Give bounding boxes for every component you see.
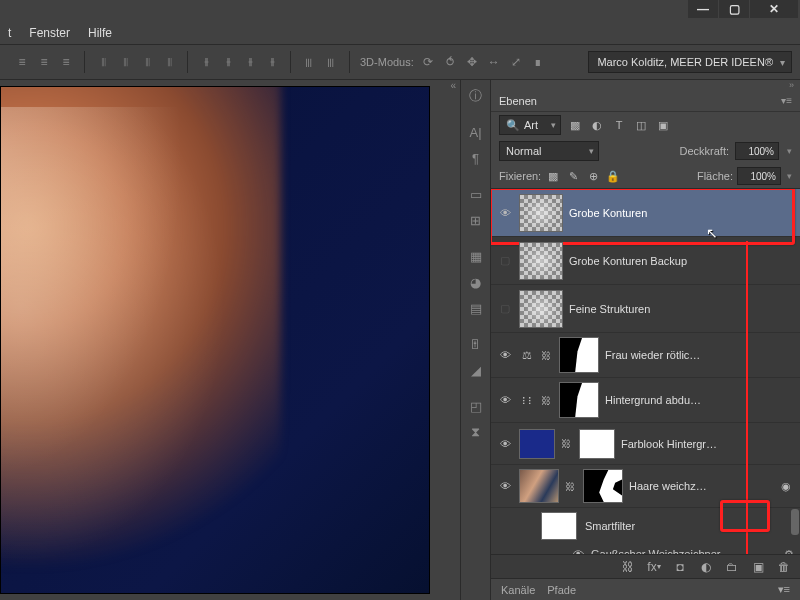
lock-paint-icon[interactable]: ✎ <box>565 168 581 184</box>
layer-row[interactable]: ▢ Feine Strukturen <box>491 285 800 333</box>
layer-thumbnail[interactable] <box>519 429 555 459</box>
layer-row[interactable]: 👁 ⛓ Farblook Hintergr… <box>491 423 800 465</box>
link-mask-icon[interactable]: ⛓ <box>565 481 577 492</box>
space-icon[interactable]: ⫼ <box>323 54 339 70</box>
distribute-icon[interactable]: ⫵ <box>242 54 258 70</box>
menu-hilfe[interactable]: Hilfe <box>88 26 112 40</box>
filter-pixel-icon[interactable]: ▩ <box>567 117 583 133</box>
3d-rotate-icon[interactable]: ⟳ <box>420 54 436 70</box>
panel-collapse-icon[interactable]: » <box>491 80 800 90</box>
color-panel-icon[interactable]: ◕ <box>464 270 488 294</box>
distribute-icon[interactable]: ⫵ <box>220 54 236 70</box>
panel-menu-icon[interactable]: ▾≡ <box>778 583 790 596</box>
distribute-icon[interactable]: ⫴ <box>95 54 111 70</box>
visibility-toggle-icon[interactable]: 👁 <box>497 392 513 408</box>
visibility-toggle-icon[interactable]: 👁 <box>497 478 513 494</box>
navigator-panel-icon[interactable]: ◰ <box>464 394 488 418</box>
link-mask-icon[interactable]: ⛓ <box>541 350 553 361</box>
layer-name[interactable]: Grobe Konturen Backup <box>569 255 687 267</box>
chevron-down-icon[interactable]: ▾ <box>785 171 792 181</box>
layer-mask-thumbnail[interactable] <box>583 469 623 503</box>
new-layer-icon[interactable]: ▣ <box>750 559 766 575</box>
layer-name[interactable]: Grobe Konturen <box>569 207 647 219</box>
layer-mask-thumbnail[interactable] <box>559 382 599 418</box>
visibility-toggle-icon[interactable]: 👁 <box>497 347 513 363</box>
visibility-toggle-icon[interactable]: 👁 <box>571 546 585 554</box>
fill-value[interactable]: 100% <box>737 167 781 185</box>
tab-kanale[interactable]: Kanäle <box>501 584 535 596</box>
new-adjustment-icon[interactable]: ◐ <box>698 559 714 575</box>
filter-entry-row[interactable]: 👁 Gaußscher Weichzeichner ⚙ <box>491 544 800 554</box>
layer-thumbnail[interactable] <box>519 290 563 328</box>
layer-row[interactable]: 👁 Grobe Konturen <box>491 189 800 237</box>
tab-pfade[interactable]: Pfade <box>547 584 576 596</box>
layer-mask-thumbnail[interactable] <box>559 337 599 373</box>
delete-layer-icon[interactable]: 🗑 <box>776 559 792 575</box>
align-icon[interactable]: ≡ <box>58 54 74 70</box>
blend-mode-dropdown[interactable]: Normal <box>499 141 599 161</box>
filter-smart-icon[interactable]: ▣ <box>655 117 671 133</box>
3d-camera-icon[interactable]: ∎ <box>530 54 546 70</box>
smartfilter-row[interactable]: Smartfilter <box>491 508 800 544</box>
styles-panel-icon[interactable]: ▤ <box>464 296 488 320</box>
lock-transparent-icon[interactable]: ▩ <box>545 168 561 184</box>
brush-panel-icon[interactable]: ⊞ <box>464 208 488 232</box>
maximize-button[interactable]: ▢ <box>719 0 749 18</box>
layer-name[interactable]: Haare weichz… <box>629 480 707 492</box>
space-icon[interactable]: ⫼ <box>301 54 317 70</box>
lock-all-icon[interactable]: 🔒 <box>605 168 621 184</box>
layer-name[interactable]: Hintergrund abdu… <box>605 394 701 406</box>
minimize-button[interactable]: — <box>688 0 718 18</box>
scrollbar-thumb[interactable] <box>791 509 799 535</box>
add-mask-icon[interactable]: ◘ <box>672 559 688 575</box>
opacity-value[interactable]: 100% <box>735 142 779 160</box>
layer-name[interactable]: Frau wieder rötlic… <box>605 349 700 361</box>
panel-tab-ebenen[interactable]: Ebenen <box>499 95 537 107</box>
filter-type-icon[interactable]: T <box>611 117 627 133</box>
kind-filter-dropdown[interactable]: 🔍Art <box>499 115 561 135</box>
menu-fenster[interactable]: Fenster <box>29 26 70 40</box>
distribute-icon[interactable]: ⫴ <box>117 54 133 70</box>
layer-thumbnail[interactable] <box>519 194 563 232</box>
filter-shape-icon[interactable]: ◫ <box>633 117 649 133</box>
distribute-icon[interactable]: ⫵ <box>264 54 280 70</box>
3d-roll-icon[interactable]: ⥀ <box>442 54 458 70</box>
align-icon[interactable]: ≡ <box>14 54 30 70</box>
layer-row[interactable]: 👁 ⫶⫶ ⛓ Hintergrund abdu… <box>491 378 800 423</box>
document-canvas[interactable] <box>0 86 430 594</box>
smartfilter-mask-thumbnail[interactable] <box>541 512 577 540</box>
visibility-toggle-icon[interactable]: 👁 <box>497 205 513 221</box>
panel-menu-icon[interactable]: ▾≡ <box>781 95 792 106</box>
distribute-icon[interactable]: ⫵ <box>198 54 214 70</box>
visibility-toggle-icon[interactable]: ▢ <box>497 253 513 269</box>
collapse-icon[interactable]: « <box>450 80 456 91</box>
layer-row[interactable]: ▢ Grobe Konturen Backup <box>491 237 800 285</box>
swatches-panel-icon[interactable]: ▦ <box>464 244 488 268</box>
3d-pan-icon[interactable]: ✥ <box>464 54 480 70</box>
layer-name[interactable]: Feine Strukturen <box>569 303 650 315</box>
align-icon[interactable]: ≡ <box>36 54 52 70</box>
distribute-icon[interactable]: ⫴ <box>161 54 177 70</box>
link-layers-icon[interactable]: ⛓ <box>620 559 636 575</box>
layer-mask-thumbnail[interactable] <box>579 429 615 459</box>
link-mask-icon[interactable]: ⛓ <box>561 438 573 449</box>
3d-slide-icon[interactable]: ↔ <box>486 54 502 70</box>
filter-name[interactable]: Gaußscher Weichzeichner <box>591 548 720 554</box>
distribute-icon[interactable]: ⫴ <box>139 54 155 70</box>
chevron-down-icon[interactable]: ▾ <box>785 146 792 156</box>
histogram-panel-icon[interactable]: ◢ <box>464 358 488 382</box>
filter-adjust-icon[interactable]: ◐ <box>589 117 605 133</box>
layer-row[interactable]: 👁 ⛓ Haare weichz… ◉ <box>491 465 800 508</box>
history-panel-icon[interactable]: ⧗ <box>464 420 488 444</box>
3d-scale-icon[interactable]: ⤢ <box>508 54 524 70</box>
layer-thumbnail[interactable] <box>519 242 563 280</box>
visibility-toggle-icon[interactable]: ▢ <box>497 301 513 317</box>
new-group-icon[interactable]: 🗀 <box>724 559 740 575</box>
menu-cut[interactable]: t <box>8 26 11 40</box>
close-button[interactable]: ✕ <box>750 0 798 18</box>
layer-name[interactable]: Farblook Hintergr… <box>621 438 717 450</box>
paragraph-panel-icon[interactable]: ¶ <box>464 146 488 170</box>
layer-row[interactable]: 👁 ⚖ ⛓ Frau wieder rötlic… <box>491 333 800 378</box>
link-mask-icon[interactable]: ⛓ <box>541 395 553 406</box>
properties-panel-icon[interactable]: 🎚 <box>464 332 488 356</box>
